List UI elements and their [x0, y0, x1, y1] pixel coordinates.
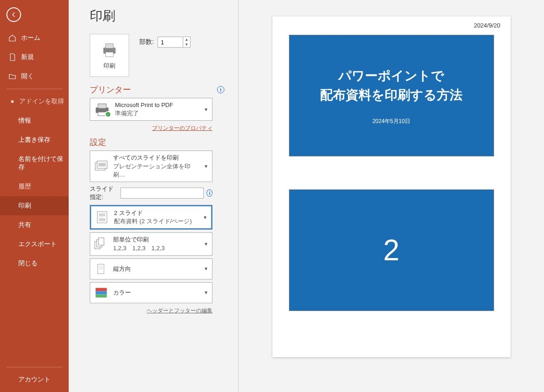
backstage-sidebar: ホーム 新規 開く アドインを取得 情報 上書き保存 名前を付けて保存 履歴 印…: [0, 0, 69, 392]
layout-sub: 配布資料 (2 スライド/ページ): [114, 217, 198, 226]
print-preview: 2024/9/20 パワーポイントで 配布資料を印刷する方法 2024年5月10…: [238, 0, 544, 392]
nav-open[interactable]: 開く: [0, 67, 69, 86]
printer-heading: プリンター: [90, 84, 131, 95]
chevron-down-icon: ▼: [204, 107, 208, 112]
chevron-down-icon: ▼: [203, 215, 207, 220]
collate-dropdown[interactable]: 部単位で印刷 1,2,3 1,2,3 1,2,3 ▼: [90, 232, 212, 255]
page-title: 印刷: [90, 7, 224, 25]
orientation-label: 縦方向: [113, 265, 199, 273]
nav-label: アドインを取得: [19, 97, 64, 106]
nav-close[interactable]: 閉じる: [0, 254, 69, 273]
range-title: すべてのスライドを印刷: [113, 154, 199, 162]
preview-slide-2: 2: [289, 189, 494, 311]
portrait-icon: [94, 262, 109, 276]
nav-info[interactable]: 情報: [0, 111, 69, 130]
svg-rect-20: [96, 288, 107, 291]
chevron-down-icon: ▼: [204, 290, 208, 295]
print-button-label: 印刷: [103, 62, 115, 70]
slide1-line2: 配布資料を印刷する方法: [320, 88, 462, 102]
orientation-dropdown[interactable]: 縦方向 ▼: [90, 258, 212, 279]
copies-spinner[interactable]: ▲ ▼: [158, 37, 190, 48]
nav-export[interactable]: エクスポート: [0, 235, 69, 254]
settings-panel: 印刷 印刷 部数: ▲ ▼ プリンター i: [69, 0, 238, 392]
spinner-up[interactable]: ▲: [183, 37, 190, 42]
nav-share[interactable]: 共有: [0, 215, 69, 235]
back-button[interactable]: [6, 7, 21, 22]
slides-spec-label: スライド指定:: [90, 185, 118, 201]
collate-sub: 1,2,3 1,2,3 1,2,3: [113, 244, 199, 252]
color-dropdown[interactable]: カラー ▼: [90, 282, 212, 303]
layout-title: 2 スライド: [114, 209, 198, 217]
nav-account[interactable]: アカウント: [0, 370, 69, 389]
slide1-line1: パワーポイントで: [338, 69, 444, 83]
nav-label: 印刷: [18, 202, 31, 210]
info-icon[interactable]: i: [207, 189, 212, 197]
svg-rect-9: [98, 163, 106, 166]
slide1-date: 2024年5月10日: [372, 118, 410, 125]
dot-icon: [11, 100, 14, 103]
color-icon: [94, 285, 109, 300]
nav-history[interactable]: 履歴: [0, 177, 69, 196]
range-sub: プレゼンテーション全体を印刷…: [113, 162, 199, 179]
nav-label: ホーム: [21, 34, 40, 42]
open-icon: [8, 72, 16, 81]
printer-name: Microsoft Print to PDF: [115, 101, 199, 109]
chevron-down-icon: ▼: [204, 164, 208, 169]
collate-title: 部単位で印刷: [113, 236, 199, 244]
settings-heading: 設定: [90, 137, 106, 148]
print-range-dropdown[interactable]: すべてのスライドを印刷 プレゼンテーション全体を印刷… ▼: [90, 150, 212, 182]
new-icon: [8, 53, 16, 61]
nav-print[interactable]: 印刷: [0, 196, 69, 215]
nav-divider: [6, 89, 62, 89]
header-footer-link[interactable]: ヘッダーとフッターの編集: [147, 307, 212, 314]
copies-control: 部数: ▲ ▼: [139, 37, 190, 48]
nav-home[interactable]: ホーム: [0, 28, 69, 48]
svg-rect-2: [106, 52, 114, 57]
svg-rect-15: [98, 238, 104, 245]
chevron-down-icon: ▼: [204, 242, 208, 247]
print-button[interactable]: 印刷: [90, 34, 129, 77]
nav-divider: [6, 367, 62, 367]
slides-spec-input[interactable]: [120, 188, 204, 199]
printer-status-icon: ✓: [94, 102, 110, 117]
svg-rect-11: [99, 213, 105, 216]
layout-2-icon: [95, 210, 109, 225]
svg-rect-12: [99, 218, 105, 221]
nav-save[interactable]: 上書き保存: [0, 130, 69, 150]
copies-input[interactable]: [158, 37, 183, 47]
nav-label: 上書き保存: [18, 136, 50, 144]
svg-point-3: [114, 49, 115, 50]
layout-dropdown[interactable]: 2 スライド 配布資料 (2 スライド/ページ) ▼: [90, 205, 212, 230]
svg-rect-22: [96, 294, 107, 297]
preview-page: 2024/9/20 パワーポイントで 配布資料を印刷する方法 2024年5月10…: [272, 16, 511, 357]
nav-saveas[interactable]: 名前を付けて保存: [0, 150, 69, 177]
nav-new[interactable]: 新規: [0, 48, 69, 67]
printer-dropdown[interactable]: ✓ Microsoft Print to PDF 準備完了 ▼: [90, 98, 212, 121]
preview-slide-1: パワーポイントで 配布資料を印刷する方法 2024年5月10日: [289, 35, 494, 156]
collate-icon: [94, 237, 109, 252]
nav-label: 開く: [21, 72, 34, 81]
home-icon: [8, 34, 16, 42]
nav-label: エクスポート: [18, 240, 57, 248]
nav-label: 新規: [21, 53, 34, 61]
printer-icon: [100, 41, 119, 59]
nav-label: 共有: [18, 221, 31, 229]
chevron-down-icon: ▼: [204, 266, 208, 271]
spinner-down[interactable]: ▼: [183, 42, 190, 47]
nav-label: アカウント: [18, 376, 50, 384]
nav-label: 履歴: [18, 183, 31, 191]
printer-properties-link[interactable]: プリンターのプロパティ: [152, 125, 212, 131]
slides-all-icon: [94, 159, 109, 174]
printer-status: 準備完了: [115, 109, 199, 118]
nav-label: 名前を付けて保存: [18, 155, 69, 172]
preview-date: 2024/9/20: [474, 22, 500, 29]
copies-label: 部数:: [139, 38, 154, 46]
content-area: 印刷 印刷 部数: ▲ ▼ プリンター i: [69, 0, 544, 392]
slide2-number: 2: [383, 233, 400, 267]
info-icon[interactable]: i: [217, 86, 224, 93]
svg-rect-21: [96, 291, 107, 294]
svg-rect-5: [98, 104, 106, 108]
nav-getaddins[interactable]: アドインを取得: [0, 92, 69, 111]
nav-label: 情報: [18, 117, 31, 125]
svg-rect-1: [106, 44, 114, 48]
